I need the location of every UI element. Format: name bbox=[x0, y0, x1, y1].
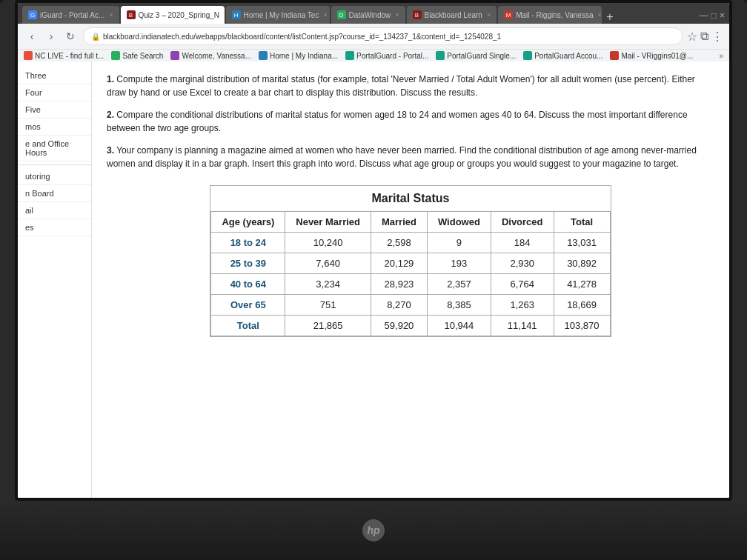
sidebar-item-four[interactable]: Four bbox=[18, 84, 91, 101]
tab-favicon-mail: M bbox=[504, 10, 513, 19]
sidebar-item-tutoring[interactable]: utoring bbox=[18, 168, 91, 185]
tab-close-bb[interactable]: × bbox=[487, 11, 491, 19]
tab-home[interactable]: H Home | My Indiana Tec × bbox=[226, 6, 330, 24]
question-1: 1. Compute the marginal distribution of … bbox=[107, 73, 714, 99]
question-2-number: 2. bbox=[107, 110, 114, 120]
tab-label-home: Home | My Indiana Tec bbox=[244, 11, 319, 19]
cell-married-4: 59,920 bbox=[371, 316, 427, 336]
tab-label-bb: Blackboard Learn bbox=[425, 11, 482, 19]
tab-label-dw: DataWindow bbox=[349, 11, 391, 19]
bookmark-label-vr: Mail - VRiggins01@... bbox=[621, 52, 693, 60]
bookmark-favicon-pgs bbox=[436, 51, 445, 60]
col-header-never-married: Never Married bbox=[285, 212, 371, 233]
cell-divorced-3: 1,263 bbox=[491, 295, 554, 316]
cell-widowed-2: 2,357 bbox=[427, 274, 491, 295]
cell-married-2: 28,923 bbox=[371, 274, 427, 295]
lock-icon: 🔒 bbox=[91, 33, 100, 41]
bookmark-favicon-pg bbox=[345, 51, 354, 60]
browser-window: G iGuard - Portal Ac... × B Quiz 3 – 202… bbox=[18, 3, 729, 498]
question-2: 2. Compare the conditional distributions… bbox=[107, 108, 714, 135]
table-header-row: Age (years) Never Married Married Widowe… bbox=[211, 212, 610, 233]
sidebar-item-mos[interactable]: mos bbox=[18, 119, 91, 136]
tab-blackboard[interactable]: B Blackboard Learn × bbox=[407, 6, 497, 24]
tab-iguard[interactable]: G iGuard - Portal Ac... × bbox=[22, 6, 119, 24]
bookmark-favicon-indiana bbox=[259, 51, 268, 60]
bookmark-label-pg: PortalGuard - Portal... bbox=[356, 52, 428, 60]
tab-close-mail[interactable]: × bbox=[597, 11, 601, 19]
cell-married-1: 20,129 bbox=[371, 253, 427, 274]
tab-quiz[interactable]: B Quiz 3 – 2020_Spring_N × bbox=[121, 6, 225, 24]
sidebar-item-three[interactable]: Three bbox=[18, 67, 91, 84]
address-bar[interactable]: 🔒 blackboard.indianatech.edu/webapps/bla… bbox=[83, 27, 683, 45]
sidebar-label-es: es bbox=[25, 223, 34, 232]
bookmark-pgsingle[interactable]: PortalGuard Single... bbox=[436, 51, 516, 60]
sidebar-item-five[interactable]: Five bbox=[18, 101, 91, 119]
close-button[interactable]: × bbox=[720, 10, 725, 21]
tab-favicon-iguard: G bbox=[28, 10, 37, 19]
cell-widowed-3: 8,385 bbox=[427, 295, 491, 316]
menu-icon[interactable]: ⋮ bbox=[711, 30, 723, 44]
cell-total-0: 13,031 bbox=[554, 233, 610, 253]
cell-divorced-2: 6,764 bbox=[491, 274, 554, 295]
question-3: 3. Your company is planning a magazine a… bbox=[107, 144, 714, 170]
screen-bezel: G iGuard - Portal Ac... × B Quiz 3 – 202… bbox=[15, 0, 732, 501]
tab-mail[interactable]: M Mail - Riggins, Vanessa × bbox=[498, 6, 602, 24]
browser-controls: ‹ › ↻ 🔒 blackboard.indianatech.edu/webap… bbox=[18, 24, 729, 49]
bookmark-favicon-vr bbox=[610, 51, 619, 60]
sidebar-item-office[interactable]: e and Office Hours bbox=[18, 136, 91, 161]
marital-status-table: Age (years) Never Married Married Widowe… bbox=[210, 211, 610, 336]
tab-favicon-bb: B bbox=[413, 10, 422, 19]
tab-close-home[interactable]: × bbox=[323, 11, 327, 19]
sidebar-item-es[interactable]: es bbox=[18, 219, 91, 236]
bookmark-icon[interactable]: ☆ bbox=[687, 30, 697, 44]
question-1-text: Compute the marginal distribution of mar… bbox=[107, 74, 695, 98]
cell-divorced-0: 184 bbox=[491, 233, 554, 253]
bookmark-safesearch[interactable]: Safe Search bbox=[111, 51, 163, 60]
browser-chrome: G iGuard - Portal Ac... × B Quiz 3 – 202… bbox=[18, 3, 729, 24]
bookmarks-overflow[interactable]: » bbox=[719, 52, 723, 60]
minimize-button[interactable]: — bbox=[700, 10, 708, 21]
cell-age-2: 40 to 64 bbox=[211, 274, 285, 295]
sidebar-label-board: n Board bbox=[25, 189, 54, 198]
bookmark-welcome[interactable]: Welcome, Vanessa... bbox=[170, 51, 251, 60]
tab-close-iguard[interactable]: × bbox=[109, 11, 113, 19]
bookmark-favicon-nclive bbox=[24, 51, 33, 60]
new-tab-button[interactable]: + bbox=[606, 10, 613, 24]
cell-total-3: 18,669 bbox=[554, 295, 610, 316]
tab-bar: G iGuard - Portal Ac... × B Quiz 3 – 202… bbox=[22, 6, 725, 24]
cell-divorced-4: 11,141 bbox=[491, 316, 554, 336]
sidebar-item-ail[interactable]: ail bbox=[18, 202, 91, 219]
col-header-married: Married bbox=[371, 212, 427, 233]
question-3-text: Your company is planning a magazine aime… bbox=[107, 145, 697, 169]
sidebar-item-board[interactable]: n Board bbox=[18, 185, 91, 202]
hp-logo: hp bbox=[362, 519, 385, 541]
bookmark-pgaccount[interactable]: PortalGuard Accou... bbox=[523, 51, 602, 60]
content-area: 1. Compute the marginal distribution of … bbox=[92, 61, 729, 498]
maximize-button[interactable]: □ bbox=[711, 10, 717, 21]
cell-total-2: 41,278 bbox=[554, 274, 610, 295]
cell-never-3: 751 bbox=[285, 295, 371, 316]
cell-total-1: 30,892 bbox=[554, 253, 610, 274]
reload-button[interactable]: ↻ bbox=[62, 28, 79, 44]
bookmark-portalguard[interactable]: PortalGuard - Portal... bbox=[345, 51, 428, 60]
sidebar-label-tutoring: utoring bbox=[25, 172, 50, 181]
cell-married-0: 2,598 bbox=[371, 233, 427, 253]
bookmark-favicon-welcome bbox=[170, 51, 179, 60]
bookmark-label-pgs: PortalGuard Single... bbox=[447, 52, 516, 60]
bookmark-nclive[interactable]: NC LIVE - find full t... bbox=[24, 51, 104, 60]
cell-married-3: 8,270 bbox=[371, 295, 427, 316]
tab-datawindow[interactable]: D DataWindow × bbox=[331, 6, 405, 24]
nav-buttons: ‹ › ↻ bbox=[24, 28, 79, 44]
question-3-number: 3. bbox=[107, 145, 114, 156]
tab-favicon-dw: D bbox=[337, 10, 346, 19]
back-button[interactable]: ‹ bbox=[24, 28, 40, 44]
extensions-icon[interactable]: ⧉ bbox=[700, 30, 708, 44]
bookmark-vriggins[interactable]: Mail - VRiggins01@... bbox=[610, 51, 693, 60]
cell-age-4: Total bbox=[211, 316, 285, 336]
forward-button[interactable]: › bbox=[43, 28, 59, 44]
bookmark-favicon-pga bbox=[523, 51, 532, 60]
tab-close-dw[interactable]: × bbox=[395, 11, 399, 19]
bookmark-indiana[interactable]: Home | My Indiana... bbox=[259, 51, 338, 60]
sidebar-label-mos: mos bbox=[25, 122, 41, 131]
table-row: 40 to 64 3,234 28,923 2,357 6,764 41,278 bbox=[211, 274, 610, 295]
